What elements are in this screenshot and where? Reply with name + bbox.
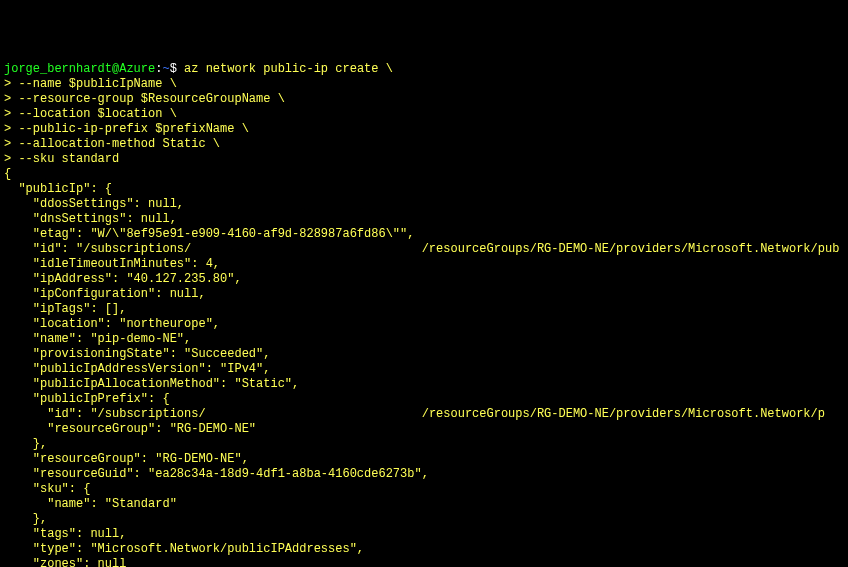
output-line: "id": "/subscriptions/ — [4, 407, 206, 421]
prompt-tilde: ~ — [162, 62, 169, 76]
output-line: "resourceGuid": "ea28c34a-18d9-4df1-a8ba… — [4, 467, 429, 481]
output-line: }, — [4, 512, 47, 526]
output-line: "publicIp": { — [4, 182, 112, 196]
output-line: "tags": null, — [4, 527, 126, 541]
prompt-dollar: $ — [170, 62, 184, 76]
output-line: "ipTags": [], — [4, 302, 126, 316]
command-continuation: > --public-ip-prefix $prefixName \ — [4, 122, 249, 136]
output-line: "publicIpAllocationMethod": "Static", — [4, 377, 299, 391]
terminal[interactable]: jorge_bernhardt@Azure:~$ az network publ… — [4, 62, 844, 567]
output-line: "id": "/subscriptions/ — [4, 242, 191, 256]
command-continuation: > --location $location \ — [4, 107, 177, 121]
output-line: "ddosSettings": null, — [4, 197, 184, 211]
output-line: "publicIpAddressVersion": "IPv4", — [4, 362, 270, 376]
output-line: "ipAddress": "40.127.235.80", — [4, 272, 242, 286]
output-line: "etag": "W/\"8ef95e91-e909-4160-af9d-828… — [4, 227, 414, 241]
output-line: "sku": { — [4, 482, 90, 496]
prompt-user-host: jorge_bernhardt@Azure — [4, 62, 155, 76]
output-line: "dnsSettings": null, — [4, 212, 177, 226]
output-line: "location": "northeurope", — [4, 317, 220, 331]
command-continuation: > --allocation-method Static \ — [4, 137, 220, 151]
output-line: "name": "pip-demo-NE", — [4, 332, 191, 346]
output-line: "resourceGroup": "RG-DEMO-NE" — [4, 422, 256, 436]
command-continuation: > --name $publicIpName \ — [4, 77, 177, 91]
output-line: "zones": null — [4, 557, 126, 567]
output-line: "ipConfiguration": null, — [4, 287, 206, 301]
output-line: "resourceGroup": "RG-DEMO-NE", — [4, 452, 249, 466]
command-text: az network public-ip create \ — [184, 62, 393, 76]
output-line: "type": "Microsoft.Network/publicIPAddre… — [4, 542, 364, 556]
output-line: "idleTimeoutInMinutes": 4, — [4, 257, 220, 271]
output-line-redacted-tail: /resourceGroups/RG-DEMO-NE/providers/Mic… — [191, 242, 839, 256]
command-continuation: > --sku standard — [4, 152, 119, 166]
output-line: "name": "Standard" — [4, 497, 177, 511]
output-line: "provisioningState": "Succeeded", — [4, 347, 270, 361]
command-continuation: > --resource-group $ResourceGroupName \ — [4, 92, 285, 106]
output-line-redacted-tail: /resourceGroups/RG-DEMO-NE/providers/Mic… — [206, 407, 825, 421]
output-line: { — [4, 167, 11, 181]
output-line: "publicIpPrefix": { — [4, 392, 170, 406]
output-line: }, — [4, 437, 47, 451]
